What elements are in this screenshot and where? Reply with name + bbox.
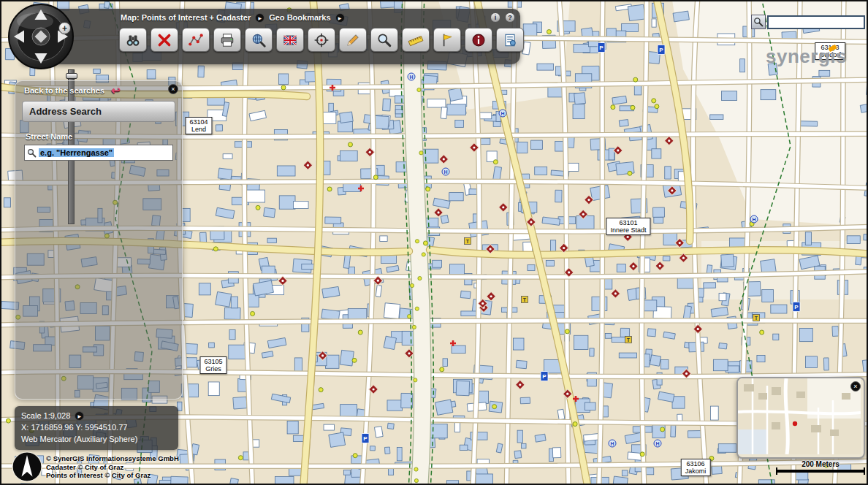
play-icon: ▶ xyxy=(77,413,81,419)
scalebar: 200 Meters xyxy=(776,460,865,473)
address-search-header[interactable]: Address Search xyxy=(22,101,175,122)
print-icon xyxy=(219,32,235,48)
toolbar-top-row: Map: Points of Interest + Cadaster ▶ Geo… xyxy=(121,12,515,23)
toolbar-draw-button[interactable] xyxy=(339,28,367,52)
svg-text:T: T xyxy=(627,337,631,343)
play-icon: ▶ xyxy=(258,15,262,20)
street-name-value: e.g. "Herrengasse" xyxy=(39,148,114,157)
zoom-extent-icon xyxy=(251,32,267,48)
legend-icon xyxy=(502,32,518,48)
toolbar-language-flag-button[interactable] xyxy=(276,28,304,52)
measure-line-icon xyxy=(188,32,204,48)
language-flag-icon xyxy=(282,32,298,48)
toolbar-measure-line-button[interactable] xyxy=(182,28,210,52)
svg-text:T: T xyxy=(466,239,470,244)
svg-text:H: H xyxy=(610,441,614,446)
svg-text:P: P xyxy=(659,47,663,53)
map-title-expand-button[interactable]: ▶ xyxy=(255,13,264,23)
clear-selection-icon xyxy=(156,32,172,48)
toolbar-info-button[interactable] xyxy=(465,28,492,52)
quick-search-input[interactable] xyxy=(767,15,865,29)
attribution-line-1: © SynerGIS Informationssysteme GmbH xyxy=(46,454,179,463)
geo-bookmarks-expand-button[interactable]: ▶ xyxy=(335,13,345,23)
synergis-logo: synergis xyxy=(766,45,847,68)
search-icon xyxy=(753,17,764,27)
svg-text:H: H xyxy=(443,169,447,175)
scale-expand-button[interactable]: ▶ xyxy=(75,411,84,421)
toolbar-ruler-button[interactable] xyxy=(402,28,430,52)
svg-text:T: T xyxy=(755,316,758,321)
scale-text: Scale 1:9,028 xyxy=(21,410,70,421)
attribution-line-3: Points of Interest © City of Graz xyxy=(46,471,179,480)
draw-icon xyxy=(345,32,361,48)
play-icon: ▶ xyxy=(338,15,342,20)
overview-map-image xyxy=(738,378,861,454)
zoom-in-button[interactable]: + xyxy=(58,22,71,34)
toolbar-clear-selection-button[interactable] xyxy=(151,28,178,52)
zoom-slider-handle[interactable] xyxy=(66,73,77,79)
back-row[interactable]: Back to the searches ↩ xyxy=(24,86,121,95)
close-icon: × xyxy=(853,383,857,390)
attribution-line-2: Cadaster © City of Graz xyxy=(46,463,179,472)
toolbar-binoculars-button[interactable] xyxy=(119,28,147,52)
svg-text:P: P xyxy=(542,373,547,380)
coordinates-text: X: 1716859.96 Y: 5954510.77 xyxy=(21,421,172,433)
toolbar-magnifier-button[interactable] xyxy=(370,28,398,52)
synergis-emblem-icon xyxy=(12,451,42,482)
ruler-icon xyxy=(408,32,424,48)
svg-text:T: T xyxy=(523,297,527,302)
street-name-input[interactable]: e.g. "Herrengasse" xyxy=(24,145,173,161)
search-panel-close-button[interactable]: × xyxy=(168,84,178,94)
toolbar-buttons-row xyxy=(119,28,524,52)
status-box: Scale 1:9,028 ▶ X: 1716859.96 Y: 5954510… xyxy=(15,406,178,450)
binoculars-icon xyxy=(125,32,141,48)
geo-bookmarks-label: Geo Bookmarks xyxy=(269,13,330,22)
attribution: © SynerGIS Informationssysteme GmbH Cada… xyxy=(12,451,179,482)
info-icon xyxy=(471,32,487,48)
target-icon xyxy=(313,32,330,48)
svg-text:H: H xyxy=(409,75,413,80)
compass-icon xyxy=(7,3,75,70)
back-to-searches-link[interactable]: Back to the searches xyxy=(24,86,104,95)
help-button[interactable]: ? xyxy=(505,12,515,23)
toolbar: Map: Points of Interest + Cadaster ▶ Geo… xyxy=(22,9,520,64)
search-panel: × Back to the searches ↩ Address Search … xyxy=(15,80,183,400)
scalebar-label: 200 Meters xyxy=(776,460,865,468)
street-name-label: Street Name xyxy=(26,132,182,141)
svg-text:P: P xyxy=(794,304,799,310)
toolbar-print-button[interactable] xyxy=(213,28,241,52)
svg-text:H: H xyxy=(655,441,659,446)
help-icon: ? xyxy=(508,13,512,22)
flag-icon xyxy=(439,32,455,48)
back-arrow-icon[interactable]: ↩ xyxy=(111,86,121,95)
projection-text: Web Mercator (Auxiliary Sphere) xyxy=(21,433,172,445)
svg-text:P: P xyxy=(363,435,368,442)
toolbar-target-button[interactable] xyxy=(308,28,335,52)
pan-compass[interactable] xyxy=(7,3,75,70)
overview-close-button[interactable]: × xyxy=(850,381,861,392)
quick-search xyxy=(751,15,865,29)
about-button[interactable]: i xyxy=(490,12,500,23)
quick-search-button[interactable] xyxy=(751,15,766,29)
close-icon: × xyxy=(171,85,175,93)
map-application: PPPPPHHHHHHTTTT 63104Lend63101Innere Sta… xyxy=(0,0,868,485)
toolbar-legend-button[interactable] xyxy=(496,28,524,52)
overview-map[interactable]: × xyxy=(736,377,865,459)
info-icon: i xyxy=(495,13,497,22)
toolbar-flag-button[interactable] xyxy=(433,28,461,52)
toolbar-zoom-extent-button[interactable] xyxy=(245,28,273,52)
map-title: Map: Points of Interest + Cadaster xyxy=(121,13,251,22)
search-field-icon xyxy=(27,148,37,158)
magnifier-icon xyxy=(376,32,392,48)
svg-text:H: H xyxy=(500,111,504,116)
svg-text:H: H xyxy=(752,217,755,222)
scalebar-bar xyxy=(776,470,865,473)
svg-text:P: P xyxy=(599,45,604,51)
